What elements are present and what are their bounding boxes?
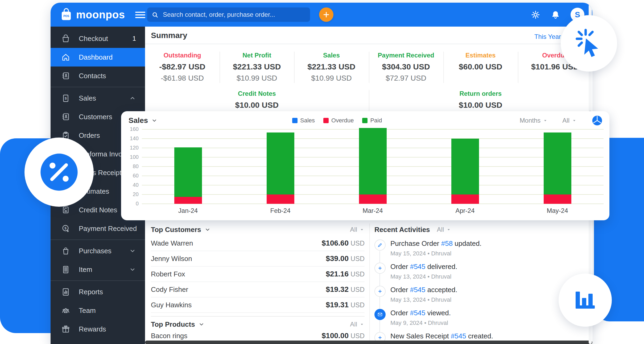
activity-item[interactable]: Order #545 delivered.May 13, 2024 • Dhru… — [374, 263, 588, 280]
search-bar[interactable] — [147, 7, 310, 22]
notifications-bell-icon[interactable] — [551, 10, 560, 20]
customer-row[interactable]: Wade Warren$106.60 USD — [151, 236, 365, 251]
sidebar-item-companies[interactable]: Companies — [51, 338, 145, 344]
sidebar-item-sales[interactable]: $Sales — [51, 89, 145, 107]
customer-row[interactable]: Guy Hawkins$19.31 USD — [151, 297, 365, 313]
card-value: -$82.97 USD — [145, 62, 220, 71]
activity-item[interactable]: Order #545 viewed.May 9, 2024 • Dhruval — [374, 309, 588, 326]
recent-activities-filter[interactable]: All — [437, 226, 452, 233]
summary-card-sales[interactable]: Sales$221.33 USD$10.99 USD — [294, 49, 369, 85]
summary-card-return-orders[interactable]: Return orders$10.00 USD — [369, 87, 593, 115]
add-plus-icon — [322, 11, 330, 19]
activity-link[interactable]: #545 — [410, 309, 426, 317]
activity-timeline: Purchase Order #58 updated.May 15, 2024 … — [374, 236, 588, 344]
analytics-badge — [559, 273, 612, 327]
period-link[interactable]: This Year — [534, 33, 561, 40]
search-icon — [151, 11, 159, 18]
sidebar-item-reports[interactable]: Reports — [51, 283, 145, 301]
chevron-down-icon[interactable] — [204, 226, 211, 233]
brand-name: moonpos — [76, 9, 125, 21]
card-secondary-value: $72.97 USD — [369, 74, 443, 82]
activity-link[interactable]: #545 — [410, 286, 426, 294]
bar-may-24[interactable] — [544, 132, 571, 204]
summary-cards-row1: Outstanding-$82.97 USD-$61.98 USDNet Pro… — [145, 49, 592, 85]
customer-row[interactable]: Robert Fox$21.16 USD — [151, 267, 365, 282]
row-amount: $100.00 USD — [322, 331, 365, 340]
sidebar-item-purchases[interactable]: Purchases — [51, 242, 145, 260]
activity-date: May 15, 2024 • Dhruval — [390, 250, 588, 257]
months-filter[interactable]: Months — [520, 117, 548, 124]
settings-gear-icon[interactable] — [531, 10, 540, 20]
row-name: Jenny Wilson — [151, 255, 192, 263]
sidebar-item-team[interactable]: Team — [51, 301, 145, 320]
activity-item[interactable]: Purchase Order #58 updated.May 15, 2024 … — [374, 239, 588, 257]
page: POS moonpos — [0, 0, 644, 344]
top-products-filter[interactable]: All — [350, 321, 365, 328]
sidebar-item-label: Team — [79, 306, 96, 315]
address-book-icon — [61, 71, 70, 80]
chart-legend: SalesOverduePaid — [292, 114, 382, 127]
caret-down-icon — [359, 322, 365, 327]
search-input[interactable] — [162, 11, 306, 19]
pos-bag-icon: POS — [60, 8, 72, 21]
svg-text:$: $ — [65, 96, 67, 100]
horizontal-scrollbar[interactable] — [145, 341, 592, 344]
chart-title-dropdown[interactable]: Sales — [129, 116, 158, 125]
customer-row[interactable]: Jenny Wilson$39.00 USD — [151, 251, 365, 267]
sidebar-item-contacts[interactable]: Contacts — [51, 67, 145, 85]
legend-item-paid[interactable]: Paid — [362, 117, 382, 124]
legend-item-overdue[interactable]: Overdue — [323, 117, 354, 124]
chart-filters: Months All — [520, 115, 603, 126]
bar-jan-24[interactable] — [174, 147, 202, 204]
bar-apr-24[interactable] — [451, 139, 479, 204]
sidebar-item-rewards[interactable]: Rewards — [51, 320, 145, 338]
summary-title: Summary — [151, 31, 187, 40]
x-axis-tick: Feb-24 — [234, 207, 327, 214]
chevron-down-icon — [151, 117, 158, 124]
legend-label: Sales — [300, 117, 315, 124]
bar-segment-paid — [451, 139, 479, 194]
sidebar-item-checkout[interactable]: Checkout1 — [51, 29, 145, 48]
bar-feb-24[interactable] — [267, 132, 294, 204]
activity-link[interactable]: #58 — [441, 239, 453, 247]
activity-link[interactable]: #545 — [410, 263, 426, 271]
sidebar-item-dashboard[interactable]: Dashboard — [51, 48, 145, 67]
hamburger-icon[interactable] — [135, 10, 145, 20]
chevron-down-icon[interactable] — [198, 321, 205, 328]
summary-card-net-profit[interactable]: Net Profit$221.33 USD$10.99 USD — [220, 49, 294, 85]
summary-cards-row2: Credit Notes$10.00 USDReturn orders$10.0… — [145, 87, 592, 115]
add-button[interactable] — [319, 7, 333, 22]
brand-logo[interactable]: POS moonpos — [60, 8, 125, 21]
card-value: $221.33 USD — [294, 62, 369, 71]
activity-item[interactable]: New Sales Receipt #545 created. — [374, 332, 588, 340]
all-filter[interactable]: All — [562, 117, 577, 124]
summary-card-credit-notes[interactable]: Credit Notes$10.00 USD — [145, 87, 369, 115]
bar-segment-paid — [267, 132, 294, 194]
sidebar-divider — [51, 280, 145, 281]
customer-row[interactable]: Cody Fisher$19.32 USD — [151, 282, 365, 297]
sidebar-item-payment-received[interactable]: $Payment Received — [51, 219, 145, 238]
recent-activities-panel: Recent Activities All Purchase Order #58… — [374, 223, 588, 344]
row-amount: $19.32 USD — [326, 285, 365, 294]
row-amount: $39.00 USD — [326, 254, 365, 263]
pie-chart-icon[interactable] — [591, 115, 603, 126]
sidebar-item-item[interactable]: Item — [51, 260, 145, 279]
activity-item[interactable]: Order #545 accepted.May 13, 2024 • Dhruv… — [374, 286, 588, 303]
summary-card-estimates[interactable]: Estimates$60.00 USD — [443, 49, 518, 85]
sidebar-item-label: Orders — [79, 131, 100, 140]
row-name: Guy Hawkins — [151, 301, 192, 309]
activity-text: Order #545 accepted. — [390, 286, 588, 294]
sidebar-item-label: Contacts — [79, 72, 106, 80]
card-secondary-value: $10.99 USD — [220, 74, 294, 82]
top-customers-filter[interactable]: All — [350, 226, 365, 233]
bar-mar-24[interactable] — [359, 128, 387, 204]
activity-link[interactable]: #545 — [451, 332, 466, 340]
summary-card-payment-received[interactable]: Payment Received$304.30 USD$72.97 USD — [369, 49, 443, 85]
chevron-up-icon — [129, 95, 136, 102]
top-products-header: Top Products All — [151, 316, 365, 328]
legend-item-sales[interactable]: Sales — [292, 117, 315, 124]
row-amount: $19.31 USD — [326, 301, 365, 309]
summary-card-outstanding[interactable]: Outstanding-$82.97 USD-$61.98 USD — [145, 49, 220, 85]
reports-chart-icon — [61, 287, 70, 296]
chevron-down-icon — [129, 266, 136, 273]
